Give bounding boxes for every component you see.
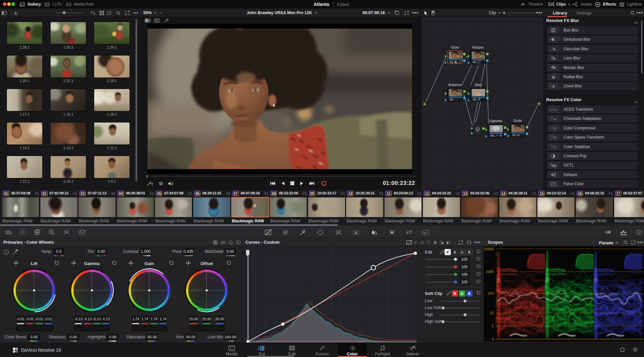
svg-text:3D: 3D	[423, 231, 426, 234]
svg-text:100: 100	[488, 291, 494, 295]
svg-text:DCTL: DCTL	[552, 165, 556, 167]
svg-text:1000: 1000	[486, 270, 494, 274]
svg-text:10: 10	[490, 311, 494, 315]
svg-text:fx: fx	[597, 3, 599, 6]
svg-text:0: 0	[492, 337, 494, 341]
svg-text:HDR: HDR	[52, 233, 55, 235]
svg-text:LOG: LOG	[231, 243, 233, 245]
svg-text:10000: 10000	[484, 247, 494, 251]
svg-text:1: 1	[492, 324, 494, 328]
svg-text:ACES: ACES	[549, 108, 557, 111]
svg-text:A: A	[5, 251, 7, 254]
